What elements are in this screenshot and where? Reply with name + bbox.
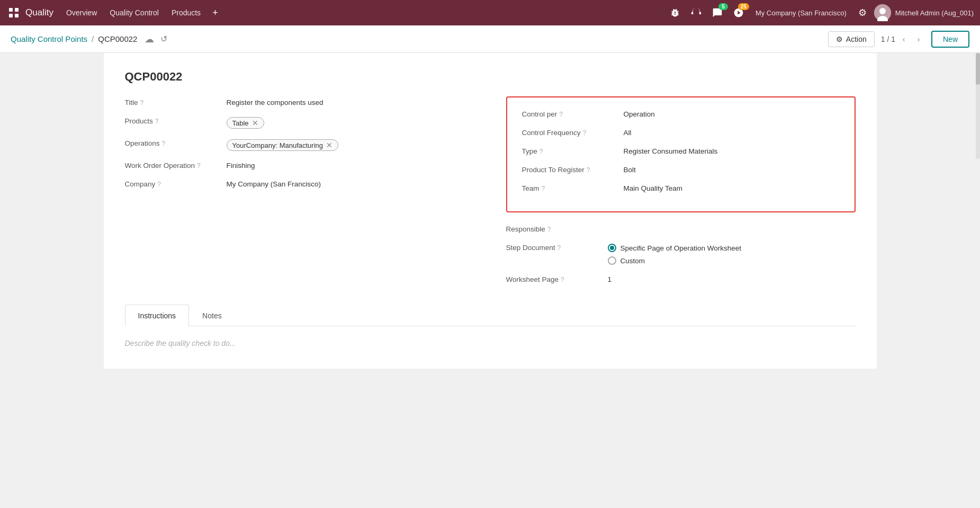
grid-icon[interactable] <box>6 5 21 20</box>
worksheet-page-help-icon[interactable]: ? <box>561 276 564 283</box>
operations-tag[interactable]: YourCompany: Manufacturing ✕ <box>227 139 339 151</box>
product-to-register-help-icon[interactable]: ? <box>587 166 590 174</box>
svg-rect-3 <box>15 14 19 17</box>
worksheet-page-field-row: Worksheet Page ? 1 <box>506 273 856 283</box>
operations-label: Operations ? <box>125 137 220 147</box>
company-name: My Company (San Francisco) <box>751 9 851 17</box>
nav-products[interactable]: Products <box>167 6 205 19</box>
radio-custom-dot[interactable] <box>608 256 616 265</box>
responsible-field-row: Responsible ? <box>506 223 856 233</box>
worksheet-page-value[interactable]: 1 <box>608 273 856 283</box>
debug-icon[interactable] <box>667 4 684 21</box>
worksheet-page-label: Worksheet Page ? <box>506 273 601 283</box>
control-per-field-row: Control per ? Operation <box>522 108 840 118</box>
work-order-field-row: Work Order Operation ? Finishing <box>125 159 474 170</box>
svg-rect-2 <box>9 14 13 17</box>
user-name[interactable]: Mitchell Admin (Aug_001) <box>895 9 974 17</box>
team-help-icon[interactable]: ? <box>542 185 545 192</box>
next-page-button[interactable]: › <box>912 33 925 46</box>
breadcrumb-bar: Quality Control Points / QCP00022 ☁ ↺ ⚙ … <box>0 25 980 53</box>
nav-overview[interactable]: Overview <box>62 6 101 19</box>
responsible-label: Responsible ? <box>506 223 601 233</box>
control-per-help-icon[interactable]: ? <box>559 111 563 118</box>
radio-custom[interactable]: Custom <box>608 256 856 265</box>
main-content: QCP00022 Title ? Register the components… <box>0 53 980 508</box>
tab-notes[interactable]: Notes <box>189 305 235 326</box>
control-freq-value[interactable]: All <box>624 127 840 137</box>
headset-icon[interactable] <box>688 4 705 21</box>
products-help-icon[interactable]: ? <box>155 118 159 125</box>
left-column: Title ? Register the components used Pro… <box>125 96 474 197</box>
activity-icon[interactable]: 25 <box>730 4 747 21</box>
action-button[interactable]: ⚙ Action <box>828 31 875 47</box>
record-id: QCP00022 <box>125 70 856 84</box>
team-value[interactable]: Main Quality Team <box>624 182 840 192</box>
team-label: Team ? <box>522 182 617 192</box>
tab-instructions[interactable]: Instructions <box>125 305 190 326</box>
add-menu-button[interactable]: + <box>209 5 221 21</box>
scrollbar-track[interactable] <box>976 53 980 159</box>
form-container: QCP00022 Title ? Register the components… <box>104 53 877 369</box>
work-order-help-icon[interactable]: ? <box>197 162 201 170</box>
step-document-value: Specific Page of Operation Worksheet Cus… <box>608 242 856 265</box>
right-panel-highlighted: Control per ? Operation Control Frequenc… <box>506 96 856 212</box>
company-field-row: Company ? My Company (San Francisco) <box>125 178 474 188</box>
type-field-row: Type ? Register Consumed Materials <box>522 145 840 155</box>
new-button[interactable]: New <box>931 31 969 48</box>
form-row: Title ? Register the components used Pro… <box>125 96 856 292</box>
product-to-register-value[interactable]: Bolt <box>624 164 840 174</box>
step-document-help-icon[interactable]: ? <box>558 244 561 252</box>
pagination-count: 1 / 1 <box>881 35 895 43</box>
team-field-row: Team ? Main Quality Team <box>522 182 840 192</box>
step-document-radio-group: Specific Page of Operation Worksheet Cus… <box>608 244 856 265</box>
settings-icon[interactable]: ⚙ <box>855 5 870 21</box>
control-per-label: Control per ? <box>522 108 617 118</box>
app-name: Quality <box>25 7 53 18</box>
products-tag[interactable]: Table ✕ <box>227 117 264 129</box>
scrollbar-thumb[interactable] <box>976 53 980 85</box>
operations-field-row: Operations ? YourCompany: Manufacturing … <box>125 137 474 151</box>
control-per-value[interactable]: Operation <box>624 108 840 118</box>
prev-page-button[interactable]: ‹ <box>897 33 910 46</box>
title-field-row: Title ? Register the components used <box>125 96 474 106</box>
type-help-icon[interactable]: ? <box>540 148 543 155</box>
company-value[interactable]: My Company (San Francisco) <box>227 178 474 188</box>
work-order-label: Work Order Operation ? <box>125 159 220 170</box>
products-field-row: Products ? Table ✕ <box>125 115 474 129</box>
responsible-help-icon[interactable]: ? <box>547 226 551 233</box>
title-value[interactable]: Register the components used <box>227 96 474 106</box>
activity-badge: 25 <box>738 3 749 10</box>
avatar[interactable] <box>874 4 891 21</box>
top-navigation: Quality Overview Quality Control Product… <box>0 0 980 25</box>
title-help-icon[interactable]: ? <box>140 99 144 106</box>
radio-specific-page-dot[interactable] <box>608 244 616 252</box>
radio-specific-page[interactable]: Specific Page of Operation Worksheet <box>608 244 856 252</box>
gear-icon: ⚙ <box>836 35 843 43</box>
step-document-field-row: Step Document ? Specific Page of Operati… <box>506 242 856 265</box>
operations-help-icon[interactable]: ? <box>162 140 166 147</box>
svg-point-5 <box>879 8 886 14</box>
breadcrumb-parent[interactable]: Quality Control Points <box>11 34 87 43</box>
products-tag-remove[interactable]: ✕ <box>252 119 258 127</box>
right-column: Control per ? Operation Control Frequenc… <box>506 96 856 292</box>
nav-quality-control[interactable]: Quality Control <box>105 6 163 19</box>
company-help-icon[interactable]: ? <box>157 181 161 188</box>
responsible-value[interactable] <box>608 223 856 225</box>
title-label: Title ? <box>125 96 220 106</box>
control-freq-field-row: Control Frequency ? All <box>522 127 840 137</box>
type-label: Type ? <box>522 145 617 155</box>
chat-badge: 5 <box>718 3 728 10</box>
operations-tag-remove[interactable]: ✕ <box>326 141 332 149</box>
chat-icon[interactable]: 5 <box>709 4 726 21</box>
svg-rect-1 <box>15 8 19 12</box>
instructions-placeholder[interactable]: Describe the quality check to do... <box>125 339 236 347</box>
product-to-register-label: Product To Register ? <box>522 164 617 174</box>
control-freq-help-icon[interactable]: ? <box>583 129 587 137</box>
tab-content-instructions: Describe the quality check to do... <box>125 326 856 369</box>
reset-icon[interactable]: ↺ <box>160 34 167 44</box>
work-order-value[interactable]: Finishing <box>227 159 474 170</box>
type-value[interactable]: Register Consumed Materials <box>624 145 840 155</box>
tabs-bar: Instructions Notes <box>125 305 856 326</box>
action-label: Action <box>846 35 867 43</box>
save-cloud-icon[interactable]: ☁ <box>145 33 154 45</box>
